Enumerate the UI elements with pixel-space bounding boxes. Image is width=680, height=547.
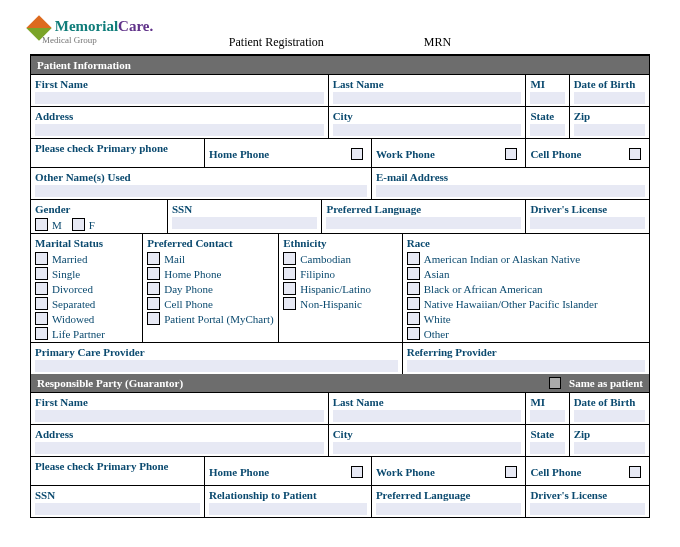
marital-check-5[interactable] (35, 327, 48, 340)
race-label-2: Black or African American (424, 283, 543, 295)
ethnicity-check-3[interactable] (283, 297, 296, 310)
responsible-title: Responsible Party (Guarantor) (37, 377, 183, 389)
race-check-3[interactable] (407, 297, 420, 310)
contact-check-1[interactable] (147, 267, 160, 280)
g-home-phone-check[interactable] (351, 466, 363, 478)
g-first-name-field[interactable] (35, 410, 324, 422)
drivers-field[interactable] (530, 217, 645, 229)
ethnicity-label: Ethnicity (283, 237, 398, 249)
state-label: State (530, 110, 564, 122)
g-dob-field[interactable] (574, 410, 645, 422)
work-phone-label: Work Phone (376, 148, 435, 160)
g-zip-label: Zip (574, 428, 645, 440)
gender-f-check[interactable] (72, 218, 85, 231)
contact-check-4[interactable] (147, 312, 160, 325)
other-names-field[interactable] (35, 185, 367, 197)
ssn-field[interactable] (172, 217, 318, 229)
first-name-field[interactable] (35, 92, 324, 104)
cell-phone-label: Cell Phone (530, 148, 581, 160)
g-last-name-field[interactable] (333, 410, 522, 422)
ethnicity-label-1: Filipino (300, 268, 335, 280)
gender-f-label: F (89, 219, 95, 231)
g-state-field[interactable] (530, 442, 564, 454)
race-check-0[interactable] (407, 252, 420, 265)
g-work-phone-check[interactable] (505, 466, 517, 478)
same-as-check[interactable] (549, 377, 561, 389)
ssn-label: SSN (172, 203, 318, 215)
zip-label: Zip (574, 110, 645, 122)
g-cell-phone-check[interactable] (629, 466, 641, 478)
marital-check-1[interactable] (35, 267, 48, 280)
race-label-3: Native Hawaiian/Other Pacific Islander (424, 298, 598, 310)
ethnicity-check-0[interactable] (283, 252, 296, 265)
g-pref-lang-label: Preferred Language (376, 489, 522, 501)
g-work-phone-label: Work Phone (376, 466, 435, 478)
gender-label: Gender (35, 203, 163, 215)
race-check-4[interactable] (407, 312, 420, 325)
marital-check-4[interactable] (35, 312, 48, 325)
race-label-1: Asian (424, 268, 450, 280)
race-label-4: White (424, 313, 451, 325)
contact-label-3: Cell Phone (164, 298, 213, 310)
address-field[interactable] (35, 124, 324, 136)
g-pref-lang-field[interactable] (376, 503, 522, 515)
marital-label-1: Single (52, 268, 80, 280)
other-names-label: Other Name(s) Used (35, 171, 367, 183)
race-check-2[interactable] (407, 282, 420, 295)
g-zip-field[interactable] (574, 442, 645, 454)
race-check-5[interactable] (407, 327, 420, 340)
email-field[interactable] (376, 185, 645, 197)
pref-lang-field[interactable] (326, 217, 521, 229)
gender-m-check[interactable] (35, 218, 48, 231)
section-responsible: Responsible Party (Guarantor) Same as pa… (31, 374, 649, 392)
contact-check-3[interactable] (147, 297, 160, 310)
pcp-field[interactable] (35, 360, 398, 372)
logo-dot: . (149, 18, 153, 34)
contact-label-0: Mail (164, 253, 185, 265)
same-as-label: Same as patient (569, 377, 643, 389)
ethnicity-label-2: Hispanic/Latino (300, 283, 371, 295)
home-phone-check[interactable] (351, 148, 363, 160)
primary-phone-label: Please check Primary phone (35, 142, 200, 154)
patient-form: Patient Information First Name Last Name… (30, 54, 650, 518)
state-field[interactable] (530, 124, 564, 136)
marital-check-0[interactable] (35, 252, 48, 265)
zip-field[interactable] (574, 124, 645, 136)
contact-check-0[interactable] (147, 252, 160, 265)
g-state-label: State (530, 428, 564, 440)
dob-label: Date of Birth (574, 78, 645, 90)
g-last-name-label: Last Name (333, 396, 522, 408)
city-field[interactable] (333, 124, 522, 136)
g-ssn-field[interactable] (35, 503, 200, 515)
ethnicity-check-2[interactable] (283, 282, 296, 295)
work-phone-check[interactable] (505, 148, 517, 160)
g-city-field[interactable] (333, 442, 522, 454)
section-patient-info: Patient Information (31, 56, 649, 74)
cell-phone-check[interactable] (629, 148, 641, 160)
g-home-phone-label: Home Phone (209, 466, 269, 478)
marital-check-2[interactable] (35, 282, 48, 295)
g-mi-field[interactable] (530, 410, 564, 422)
g-address-field[interactable] (35, 442, 324, 454)
marital-label: Marital Status (35, 237, 138, 249)
ethnicity-label-0: Cambodian (300, 253, 351, 265)
city-label: City (333, 110, 522, 122)
g-drivers-label: Driver's License (530, 489, 645, 501)
ethnicity-check-1[interactable] (283, 267, 296, 280)
contact-check-2[interactable] (147, 282, 160, 295)
ethnicity-label-3: Non-Hispanic (300, 298, 362, 310)
g-cell-phone-label: Cell Phone (530, 466, 581, 478)
gender-m-label: M (52, 219, 62, 231)
g-ssn-label: SSN (35, 489, 200, 501)
last-name-field[interactable] (333, 92, 522, 104)
g-relationship-field[interactable] (209, 503, 367, 515)
dob-field[interactable] (574, 92, 645, 104)
logo-brand2: Care (118, 18, 149, 34)
race-label-5: Other (424, 328, 449, 340)
mi-field[interactable] (530, 92, 564, 104)
g-drivers-field[interactable] (530, 503, 645, 515)
marital-check-3[interactable] (35, 297, 48, 310)
race-label-0: American Indian or Alaskan Native (424, 253, 580, 265)
race-check-1[interactable] (407, 267, 420, 280)
referring-field[interactable] (407, 360, 645, 372)
